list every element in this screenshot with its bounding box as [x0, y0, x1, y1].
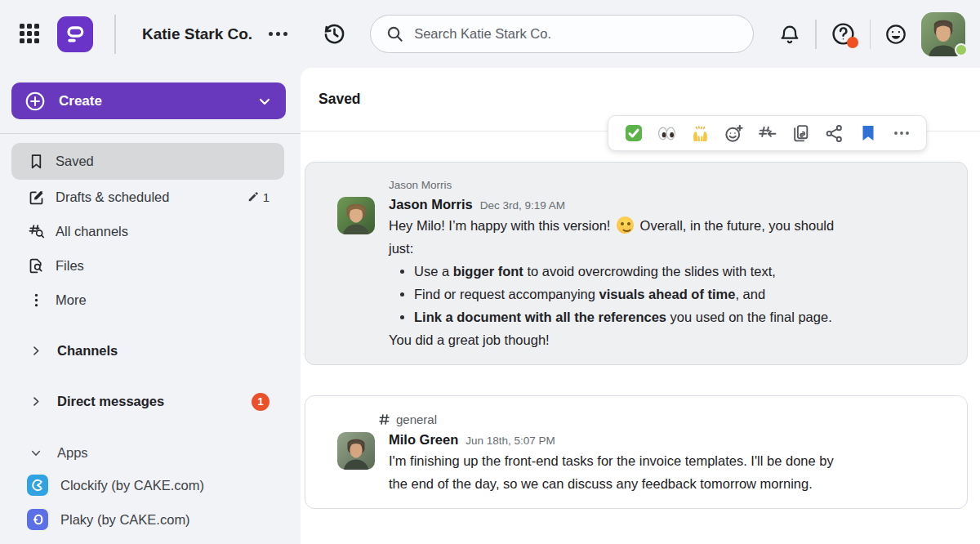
unread-badge: 1: [252, 393, 270, 411]
hash-icon: [378, 413, 390, 426]
pencil-icon: [247, 191, 259, 203]
sidebar-item-saved[interactable]: Saved: [11, 143, 284, 180]
sidebar-item-drafts-scheduled[interactable]: Drafts & scheduled 1: [11, 180, 284, 214]
divider: [870, 20, 871, 49]
sidebar-nav: Saved Drafts & scheduled 1: [0, 143, 301, 537]
workspace-menu-icon[interactable]: [265, 27, 291, 41]
copy-link-button[interactable]: [784, 118, 817, 148]
approve-check-reaction-button[interactable]: [617, 118, 650, 148]
saved-message-source[interactable]: Jason Morris: [389, 172, 942, 191]
sidebar-item-all-channels[interactable]: All channels: [11, 214, 284, 248]
message-author[interactable]: Milo Green: [389, 432, 458, 448]
chevron-right-icon: [29, 395, 42, 408]
sidebar-item-more[interactable]: More: [11, 283, 284, 317]
clockify-icon: [27, 475, 48, 496]
avatar[interactable]: [337, 432, 375, 470]
set-status-smiley-icon[interactable]: [884, 23, 907, 46]
avatar[interactable]: [337, 197, 375, 234]
chevron-right-icon: [29, 344, 42, 358]
chevron-down-icon: [256, 93, 273, 109]
eyes-reaction-button[interactable]: [650, 118, 684, 148]
message-author[interactable]: Jason Morris: [389, 197, 473, 212]
workspace-name[interactable]: Katie Stark Co.: [142, 25, 252, 43]
share-button[interactable]: [817, 118, 851, 148]
message-timestamp[interactable]: Jun 18th, 5:07 PM: [466, 435, 555, 447]
saved-message-card[interactable]: Jason Morris Ja: [305, 162, 968, 365]
sidebar-item-plaky[interactable]: Plaky (by CAKE.com): [11, 502, 284, 537]
bookmark-icon: [27, 153, 45, 170]
sidebar-item-clockify[interactable]: Clockify (by CAKE.com): [11, 468, 284, 502]
sidebar-item-files[interactable]: Files: [11, 248, 284, 283]
saved-message-channel[interactable]: general: [378, 406, 942, 426]
hash-search-icon: [27, 223, 45, 240]
kebab-dots-icon: [27, 292, 45, 309]
search-box: [370, 15, 754, 53]
sidebar-section-direct-messages[interactable]: Direct messages 1: [11, 386, 284, 417]
message-timestamp[interactable]: Dec 3rd, 9:19 AM: [480, 199, 565, 212]
saved-message-card[interactable]: general: [305, 395, 968, 509]
online-status-dot: [955, 43, 968, 56]
remove-from-saved-button[interactable]: [851, 118, 884, 148]
message-body: I'm finishing up the front-end tasks for…: [389, 449, 977, 495]
pumble-logo-icon[interactable]: [57, 16, 93, 52]
saved-items-list: Jason Morris Ja: [301, 132, 980, 509]
message-body: Hey Milo! I’m happy with this version! O…: [389, 214, 977, 351]
top-bar: Katie Stark Co.: [0, 0, 980, 68]
help-icon[interactable]: [831, 21, 856, 47]
plaky-icon: [27, 509, 48, 530]
pumble-glyph: [62, 21, 88, 47]
drafts-count: 1: [247, 190, 270, 204]
main-panel: Saved: [301, 68, 980, 544]
sidebar-section-channels[interactable]: Channels: [11, 336, 284, 366]
message-toolbar: [608, 115, 927, 151]
create-button[interactable]: Create: [11, 82, 286, 119]
chevron-down-icon: [29, 446, 42, 460]
search-input[interactable]: [414, 26, 724, 42]
divider: [0, 133, 301, 134]
file-search-icon: [27, 257, 45, 274]
page-title: Saved: [318, 91, 361, 108]
plus-circle-icon: [24, 91, 46, 112]
help-alert-dot: [847, 37, 858, 48]
more-actions-button[interactable]: [884, 118, 918, 148]
jump-to-message-button[interactable]: [751, 118, 784, 148]
divider: [114, 15, 116, 54]
apps-grid-icon[interactable]: [20, 24, 41, 45]
add-reaction-button[interactable]: [717, 118, 751, 148]
sidebar: Create Saved Dra: [0, 68, 301, 544]
divider: [815, 20, 817, 49]
smile-emoji: [617, 216, 634, 234]
sidebar-section-apps[interactable]: Apps: [11, 438, 284, 468]
raised-hands-reaction-button[interactable]: [684, 118, 717, 148]
search-icon: [385, 25, 404, 43]
history-icon[interactable]: [322, 21, 347, 47]
draft-pencil-icon: [27, 189, 45, 206]
notifications-bell-icon[interactable]: [778, 23, 801, 46]
